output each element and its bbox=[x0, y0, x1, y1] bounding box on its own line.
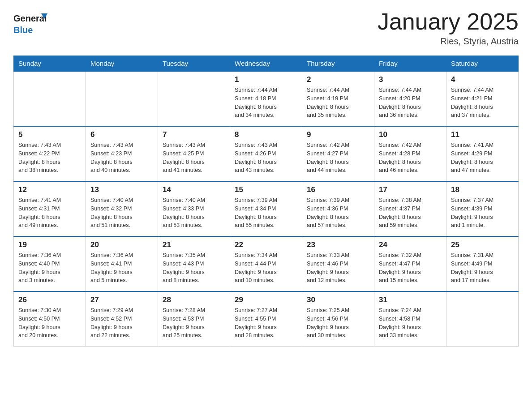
day-info: Sunrise: 7:32 AM Sunset: 4:47 PM Dayligh… bbox=[379, 251, 442, 285]
day-cell: 30Sunrise: 7:25 AM Sunset: 4:56 PM Dayli… bbox=[302, 291, 374, 347]
day-cell bbox=[86, 71, 158, 126]
weekday-header-monday: Monday bbox=[86, 56, 158, 72]
day-cell bbox=[158, 71, 230, 126]
day-cell: 10Sunrise: 7:42 AM Sunset: 4:28 PM Dayli… bbox=[374, 126, 446, 181]
weekday-header-saturday: Saturday bbox=[446, 56, 519, 72]
day-info: Sunrise: 7:43 AM Sunset: 4:22 PM Dayligh… bbox=[18, 141, 81, 175]
weekday-header-thursday: Thursday bbox=[302, 56, 374, 72]
day-number: 30 bbox=[307, 295, 369, 304]
day-number: 10 bbox=[379, 130, 442, 139]
day-info: Sunrise: 7:42 AM Sunset: 4:28 PM Dayligh… bbox=[379, 141, 442, 175]
calendar-title: January 2025 bbox=[378, 9, 519, 34]
day-number: 25 bbox=[451, 240, 514, 249]
day-number: 11 bbox=[451, 130, 514, 139]
day-number: 14 bbox=[163, 185, 225, 194]
day-info: Sunrise: 7:44 AM Sunset: 4:21 PM Dayligh… bbox=[451, 86, 514, 120]
logo-icon: General Blue bbox=[13, 9, 49, 40]
day-cell bbox=[446, 291, 519, 347]
day-cell: 1Sunrise: 7:44 AM Sunset: 4:18 PM Daylig… bbox=[230, 71, 302, 126]
header: General Blue January 2025 Ries, Styria, … bbox=[13, 9, 519, 47]
day-number: 31 bbox=[379, 295, 442, 304]
day-number: 17 bbox=[379, 185, 442, 194]
day-info: Sunrise: 7:43 AM Sunset: 4:23 PM Dayligh… bbox=[90, 141, 153, 175]
day-info: Sunrise: 7:36 AM Sunset: 4:41 PM Dayligh… bbox=[90, 251, 153, 285]
day-info: Sunrise: 7:35 AM Sunset: 4:43 PM Dayligh… bbox=[163, 251, 225, 285]
day-number: 1 bbox=[235, 75, 297, 84]
day-info: Sunrise: 7:41 AM Sunset: 4:31 PM Dayligh… bbox=[18, 196, 81, 230]
day-number: 3 bbox=[379, 75, 442, 84]
week-row-2: 5Sunrise: 7:43 AM Sunset: 4:22 PM Daylig… bbox=[14, 126, 519, 181]
day-cell: 29Sunrise: 7:27 AM Sunset: 4:55 PM Dayli… bbox=[230, 291, 302, 347]
day-number: 8 bbox=[235, 130, 297, 139]
day-info: Sunrise: 7:30 AM Sunset: 4:50 PM Dayligh… bbox=[18, 306, 81, 340]
day-cell: 2Sunrise: 7:44 AM Sunset: 4:19 PM Daylig… bbox=[302, 71, 374, 126]
day-number: 5 bbox=[18, 130, 81, 139]
day-number: 2 bbox=[307, 75, 369, 84]
day-cell: 27Sunrise: 7:29 AM Sunset: 4:52 PM Dayli… bbox=[86, 291, 158, 347]
day-number: 12 bbox=[18, 185, 81, 194]
day-cell: 11Sunrise: 7:41 AM Sunset: 4:29 PM Dayli… bbox=[446, 126, 519, 181]
day-number: 22 bbox=[235, 240, 297, 249]
day-info: Sunrise: 7:44 AM Sunset: 4:18 PM Dayligh… bbox=[235, 86, 297, 120]
day-number: 23 bbox=[307, 240, 369, 249]
day-cell: 31Sunrise: 7:24 AM Sunset: 4:58 PM Dayli… bbox=[374, 291, 446, 347]
day-number: 18 bbox=[451, 185, 514, 194]
day-cell: 21Sunrise: 7:35 AM Sunset: 4:43 PM Dayli… bbox=[158, 236, 230, 291]
week-row-4: 19Sunrise: 7:36 AM Sunset: 4:40 PM Dayli… bbox=[14, 236, 519, 291]
day-number: 29 bbox=[235, 295, 297, 304]
day-number: 7 bbox=[163, 130, 225, 139]
day-info: Sunrise: 7:36 AM Sunset: 4:40 PM Dayligh… bbox=[18, 251, 81, 285]
day-cell: 6Sunrise: 7:43 AM Sunset: 4:23 PM Daylig… bbox=[86, 126, 158, 181]
day-info: Sunrise: 7:24 AM Sunset: 4:58 PM Dayligh… bbox=[379, 306, 442, 340]
day-cell bbox=[14, 71, 86, 126]
day-info: Sunrise: 7:27 AM Sunset: 4:55 PM Dayligh… bbox=[235, 306, 297, 340]
title-area: January 2025 Ries, Styria, Austria bbox=[378, 9, 519, 47]
svg-text:Blue: Blue bbox=[13, 25, 33, 35]
week-row-1: 1Sunrise: 7:44 AM Sunset: 4:18 PM Daylig… bbox=[14, 71, 519, 126]
day-number: 28 bbox=[163, 295, 225, 304]
day-cell: 19Sunrise: 7:36 AM Sunset: 4:40 PM Dayli… bbox=[14, 236, 86, 291]
day-info: Sunrise: 7:29 AM Sunset: 4:52 PM Dayligh… bbox=[90, 306, 153, 340]
day-cell: 14Sunrise: 7:40 AM Sunset: 4:33 PM Dayli… bbox=[158, 181, 230, 236]
calendar-subtitle: Ries, Styria, Austria bbox=[378, 36, 519, 47]
calendar-table: SundayMondayTuesdayWednesdayThursdayFrid… bbox=[13, 56, 519, 347]
day-info: Sunrise: 7:40 AM Sunset: 4:33 PM Dayligh… bbox=[163, 196, 225, 230]
day-info: Sunrise: 7:42 AM Sunset: 4:27 PM Dayligh… bbox=[307, 141, 369, 175]
day-cell: 25Sunrise: 7:31 AM Sunset: 4:49 PM Dayli… bbox=[446, 236, 519, 291]
day-cell: 5Sunrise: 7:43 AM Sunset: 4:22 PM Daylig… bbox=[14, 126, 86, 181]
day-cell: 16Sunrise: 7:39 AM Sunset: 4:36 PM Dayli… bbox=[302, 181, 374, 236]
day-cell: 13Sunrise: 7:40 AM Sunset: 4:32 PM Dayli… bbox=[86, 181, 158, 236]
day-info: Sunrise: 7:39 AM Sunset: 4:36 PM Dayligh… bbox=[307, 196, 369, 230]
day-cell: 8Sunrise: 7:43 AM Sunset: 4:26 PM Daylig… bbox=[230, 126, 302, 181]
day-info: Sunrise: 7:25 AM Sunset: 4:56 PM Dayligh… bbox=[307, 306, 369, 340]
day-number: 4 bbox=[451, 75, 514, 84]
day-info: Sunrise: 7:40 AM Sunset: 4:32 PM Dayligh… bbox=[90, 196, 153, 230]
day-info: Sunrise: 7:34 AM Sunset: 4:44 PM Dayligh… bbox=[235, 251, 297, 285]
day-cell: 7Sunrise: 7:43 AM Sunset: 4:25 PM Daylig… bbox=[158, 126, 230, 181]
svg-text:General: General bbox=[13, 13, 47, 23]
day-info: Sunrise: 7:44 AM Sunset: 4:19 PM Dayligh… bbox=[307, 86, 369, 120]
day-cell: 17Sunrise: 7:38 AM Sunset: 4:37 PM Dayli… bbox=[374, 181, 446, 236]
weekday-header-row: SundayMondayTuesdayWednesdayThursdayFrid… bbox=[14, 56, 519, 72]
day-info: Sunrise: 7:43 AM Sunset: 4:26 PM Dayligh… bbox=[235, 141, 297, 175]
day-number: 6 bbox=[90, 130, 153, 139]
day-info: Sunrise: 7:38 AM Sunset: 4:37 PM Dayligh… bbox=[379, 196, 442, 230]
day-number: 21 bbox=[163, 240, 225, 249]
day-cell: 9Sunrise: 7:42 AM Sunset: 4:27 PM Daylig… bbox=[302, 126, 374, 181]
day-cell: 15Sunrise: 7:39 AM Sunset: 4:34 PM Dayli… bbox=[230, 181, 302, 236]
day-info: Sunrise: 7:44 AM Sunset: 4:20 PM Dayligh… bbox=[379, 86, 442, 120]
day-number: 24 bbox=[379, 240, 442, 249]
day-number: 26 bbox=[18, 295, 81, 304]
day-cell: 28Sunrise: 7:28 AM Sunset: 4:53 PM Dayli… bbox=[158, 291, 230, 347]
day-number: 15 bbox=[235, 185, 297, 194]
day-info: Sunrise: 7:37 AM Sunset: 4:39 PM Dayligh… bbox=[451, 196, 514, 230]
day-cell: 24Sunrise: 7:32 AM Sunset: 4:47 PM Dayli… bbox=[374, 236, 446, 291]
weekday-header-wednesday: Wednesday bbox=[230, 56, 302, 72]
week-row-5: 26Sunrise: 7:30 AM Sunset: 4:50 PM Dayli… bbox=[14, 291, 519, 347]
day-info: Sunrise: 7:28 AM Sunset: 4:53 PM Dayligh… bbox=[163, 306, 225, 340]
day-cell: 23Sunrise: 7:33 AM Sunset: 4:46 PM Dayli… bbox=[302, 236, 374, 291]
weekday-header-tuesday: Tuesday bbox=[158, 56, 230, 72]
day-number: 27 bbox=[90, 295, 153, 304]
day-cell: 4Sunrise: 7:44 AM Sunset: 4:21 PM Daylig… bbox=[446, 71, 519, 126]
day-number: 20 bbox=[90, 240, 153, 249]
